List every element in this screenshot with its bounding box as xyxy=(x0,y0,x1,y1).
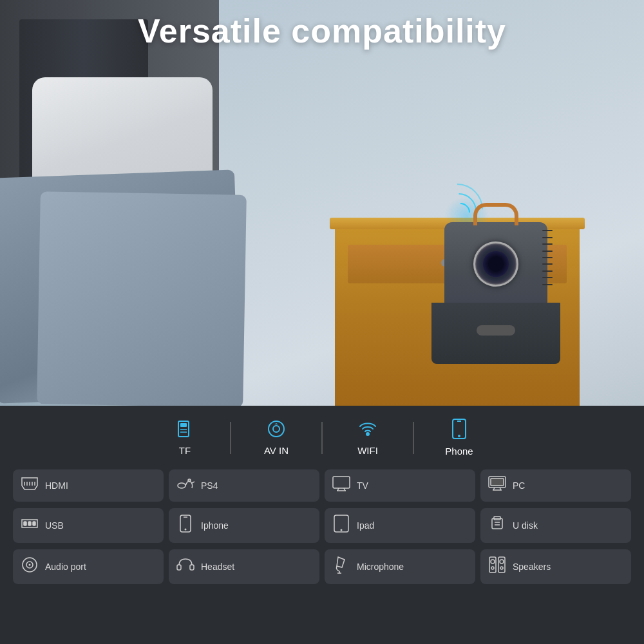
svg-point-41 xyxy=(29,564,31,566)
headset-icon xyxy=(176,556,194,577)
projector-vents xyxy=(542,222,553,293)
ipad-icon xyxy=(332,515,350,536)
projector-lens xyxy=(473,242,518,287)
tv-icon xyxy=(332,476,350,495)
audio-label: Audio port xyxy=(45,562,86,572)
microphone-icon xyxy=(332,556,350,578)
hdmi-label: HDMI xyxy=(45,480,68,491)
port-avin: AV IN xyxy=(238,419,315,456)
divider-3 xyxy=(413,422,414,454)
hero-image: Versatile compatibility xyxy=(0,0,644,406)
svg-rect-29 xyxy=(33,522,35,526)
usb-icon xyxy=(21,517,39,534)
compat-headset: Headset xyxy=(169,549,319,584)
svg-point-51 xyxy=(500,567,503,569)
speakers-label: Speakers xyxy=(513,562,551,572)
projector-body xyxy=(431,222,560,364)
compat-section: TF AV IN xyxy=(0,406,644,644)
svg-rect-1 xyxy=(180,423,187,427)
pc-icon xyxy=(488,476,506,495)
svg-point-9 xyxy=(458,435,460,437)
svg-point-16 xyxy=(188,479,191,482)
phone-label: Phone xyxy=(445,446,473,457)
headset-label: Headset xyxy=(201,562,234,572)
audio-icon xyxy=(21,556,39,577)
udisk-icon xyxy=(488,516,506,535)
compat-usb: USB xyxy=(13,508,164,543)
compat-row-3: Audio port Headset xyxy=(13,549,631,584)
compat-row-1: HDMI PS4 xyxy=(13,469,631,502)
projector-button xyxy=(477,325,515,336)
iphone-label: Iphone xyxy=(201,520,229,531)
svg-rect-28 xyxy=(28,522,31,526)
page-title: Versatile compatibility xyxy=(0,12,644,50)
compat-pc: PC xyxy=(480,469,631,502)
compat-speakers: Speakers xyxy=(480,549,631,584)
svg-point-32 xyxy=(185,529,187,531)
tf-label: TF xyxy=(179,445,191,456)
ps4-label: PS4 xyxy=(201,480,218,491)
projector xyxy=(431,216,560,364)
compat-microphone: Microphone xyxy=(325,549,475,584)
hdmi-icon xyxy=(21,477,39,495)
svg-rect-18 xyxy=(333,477,350,488)
svg-point-50 xyxy=(500,560,504,564)
avin-icon xyxy=(267,419,286,442)
svg-point-5 xyxy=(273,426,279,432)
svg-rect-42 xyxy=(177,565,181,570)
tv-label: TV xyxy=(357,480,368,491)
projector-handle xyxy=(473,203,518,225)
compat-row-2: USB Iphone xyxy=(13,508,631,543)
microphone-label: Microphone xyxy=(357,562,404,572)
port-wifi: WIFI xyxy=(329,419,406,456)
port-phone: Phone xyxy=(421,419,498,457)
ipad-label: Ipad xyxy=(357,520,374,531)
ps4-icon xyxy=(176,477,194,495)
speakers-icon xyxy=(488,556,506,577)
svg-point-6 xyxy=(366,433,369,435)
svg-point-47 xyxy=(491,560,495,564)
svg-rect-26 xyxy=(491,478,504,486)
blanket2 xyxy=(37,191,247,406)
wifi-label: WIFI xyxy=(357,445,378,456)
compat-ps4: PS4 xyxy=(169,469,319,502)
svg-line-17 xyxy=(192,482,194,483)
svg-rect-43 xyxy=(190,565,194,570)
compat-audio: Audio port xyxy=(13,549,164,584)
compat-hdmi: HDMI xyxy=(13,469,164,502)
compat-tv: TV xyxy=(325,469,475,502)
svg-point-34 xyxy=(341,529,343,531)
pc-label: PC xyxy=(513,480,525,491)
svg-point-48 xyxy=(491,567,494,569)
usb-label: USB xyxy=(45,520,64,531)
compat-ipad: Ipad xyxy=(325,508,475,543)
wifi-icon xyxy=(358,419,377,442)
divider-2 xyxy=(321,422,323,454)
main-ports-row: TF AV IN xyxy=(13,415,631,463)
iphone-icon xyxy=(176,515,194,536)
projector-top xyxy=(444,222,547,306)
tf-icon xyxy=(175,419,194,442)
svg-point-15 xyxy=(178,483,185,488)
compat-iphone: Iphone xyxy=(169,508,319,543)
phone-icon xyxy=(451,419,467,442)
avin-label: AV IN xyxy=(264,445,289,456)
projector-lens-inner xyxy=(483,251,509,277)
svg-rect-27 xyxy=(24,522,26,526)
projector-bottom xyxy=(431,303,560,364)
port-tf: TF xyxy=(146,419,223,456)
udisk-label: U disk xyxy=(513,520,538,531)
divider-1 xyxy=(230,422,231,454)
main-container: Versatile compatibility xyxy=(0,0,644,644)
compat-udisk: U disk xyxy=(480,508,631,543)
